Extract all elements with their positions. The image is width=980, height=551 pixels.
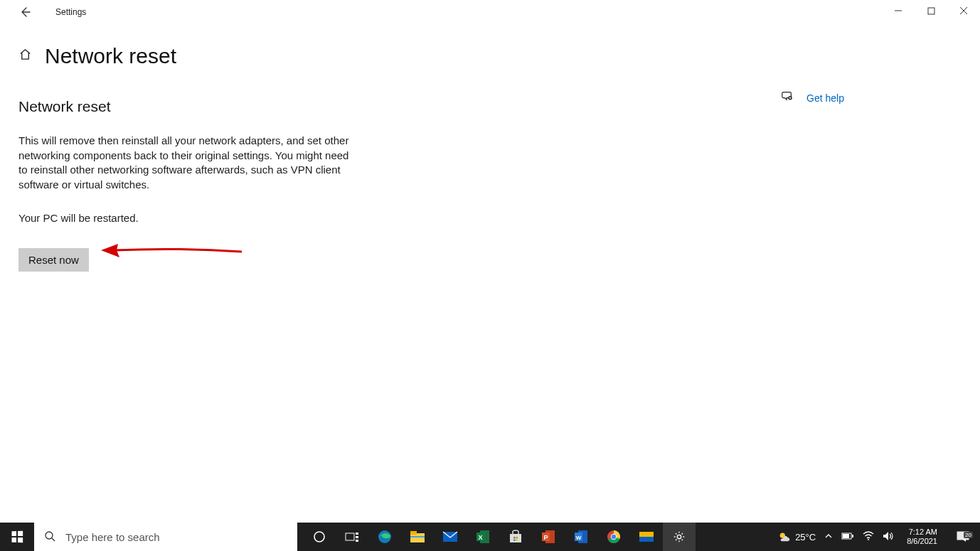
svg-rect-12 — [410, 531, 417, 535]
weather-widget[interactable]: 25°C — [778, 530, 816, 543]
content: Network reset This will remove then rein… — [0, 98, 980, 272]
maximize-button[interactable] — [915, 0, 947, 21]
date-text: 8/6/2021 — [907, 537, 937, 546]
time-text: 7:12 AM — [907, 528, 937, 537]
get-help-icon — [781, 90, 794, 106]
svg-rect-37 — [852, 535, 853, 537]
store-icon[interactable] — [499, 523, 532, 551]
svg-rect-22 — [516, 540, 518, 542]
svg-point-4 — [46, 532, 53, 539]
svg-rect-33 — [639, 537, 654, 542]
taskbar: Type here to search X P W 25°C 7:12 AM 8… — [0, 523, 980, 551]
svg-point-39 — [868, 539, 869, 540]
svg-point-34 — [677, 535, 681, 538]
notification-count: 20 — [964, 532, 973, 538]
page-header: Network reset — [0, 44, 980, 68]
svg-rect-19 — [513, 537, 516, 539]
mail-icon[interactable] — [434, 523, 467, 551]
back-button[interactable] — [14, 1, 36, 23]
back-arrow-icon — [19, 6, 31, 18]
svg-rect-7 — [356, 533, 358, 535]
system-tray: 25°C 7:12 AM 8/6/2021 20 — [778, 523, 980, 551]
svg-point-31 — [612, 535, 616, 539]
svg-rect-38 — [843, 534, 849, 538]
main-column: Network reset This will remove then rein… — [18, 98, 417, 272]
clock[interactable]: 7:12 AM 8/6/2021 — [902, 528, 942, 546]
window-controls — [882, 0, 980, 21]
app-icon[interactable] — [630, 523, 663, 551]
svg-text:W: W — [576, 535, 582, 541]
svg-rect-9 — [356, 540, 358, 542]
search-icon — [44, 530, 55, 544]
titlebar: Settings — [0, 0, 980, 24]
close-button[interactable] — [947, 0, 980, 21]
weather-icon — [778, 530, 791, 543]
close-icon — [959, 6, 968, 15]
svg-rect-0 — [928, 8, 934, 14]
taskbar-search[interactable]: Type here to search — [34, 523, 297, 551]
tray-chevron-icon[interactable] — [824, 532, 833, 542]
volume-icon[interactable] — [883, 531, 894, 543]
cortana-icon[interactable] — [303, 523, 336, 551]
svg-point-5 — [314, 532, 324, 542]
wifi-icon[interactable] — [863, 531, 874, 543]
edge-icon[interactable] — [368, 523, 401, 551]
svg-rect-6 — [346, 533, 354, 540]
powerpoint-icon[interactable]: P — [532, 523, 565, 551]
chrome-icon[interactable] — [597, 523, 630, 551]
window-title: Settings — [55, 7, 86, 17]
reset-now-button[interactable]: Reset now — [18, 248, 89, 272]
svg-rect-8 — [356, 536, 358, 538]
taskbar-apps: X P W — [303, 523, 696, 551]
minimize-button[interactable] — [882, 0, 915, 21]
svg-point-2 — [789, 97, 791, 99]
svg-rect-20 — [516, 537, 518, 539]
help-section: Get help — [781, 90, 844, 106]
file-explorer-icon[interactable] — [401, 523, 434, 551]
battery-icon[interactable] — [841, 532, 854, 542]
notifications-button[interactable]: 20 — [950, 531, 976, 542]
task-view-icon[interactable] — [336, 523, 368, 551]
excel-icon[interactable]: X — [467, 523, 499, 551]
svg-text:X: X — [478, 534, 482, 541]
word-icon[interactable]: W — [565, 523, 597, 551]
svg-rect-18 — [510, 534, 521, 542]
restart-note: Your PC will be restarted. — [18, 211, 360, 226]
svg-text:P: P — [543, 534, 548, 541]
start-button[interactable] — [0, 523, 34, 551]
svg-rect-13 — [410, 536, 425, 537]
page-title: Network reset — [45, 44, 176, 68]
section-heading: Network reset — [18, 98, 417, 115]
search-placeholder: Type here to search — [65, 531, 160, 543]
settings-icon[interactable] — [663, 523, 696, 551]
weather-temp: 25°C — [795, 532, 816, 542]
windows-logo-icon — [11, 531, 23, 543]
description-text: This will remove then reinstall all your… — [18, 134, 360, 193]
svg-rect-21 — [513, 540, 516, 542]
minimize-icon — [894, 6, 902, 15]
maximize-icon — [927, 7, 935, 15]
home-icon[interactable] — [18, 48, 32, 65]
get-help-link[interactable]: Get help — [806, 92, 844, 104]
